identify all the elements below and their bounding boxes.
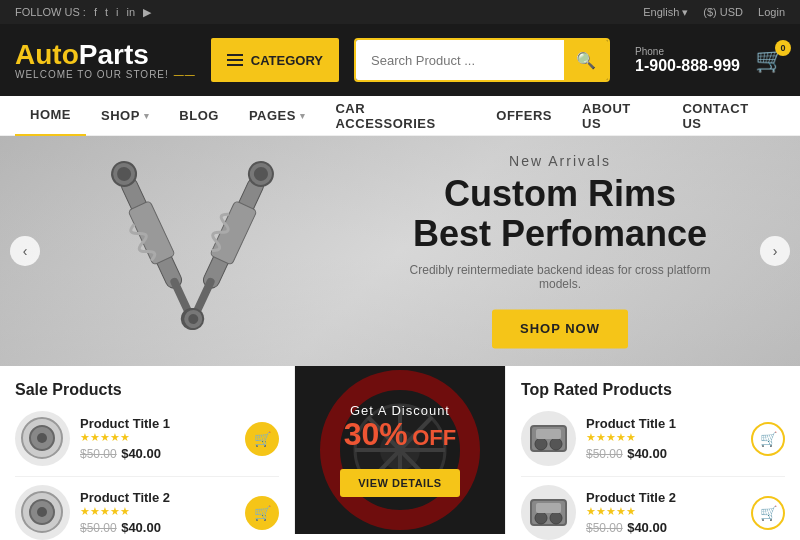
svg-rect-34 xyxy=(536,503,561,513)
product-stars: ★★★★★ xyxy=(586,431,741,444)
top-bar-right: English ▾ ($) USD Login xyxy=(643,6,785,19)
category-label: CATEGORY xyxy=(251,53,323,68)
nav-item-blog[interactable]: BLOG xyxy=(164,96,234,136)
svg-point-32 xyxy=(535,512,547,524)
cart-badge: 0 xyxy=(775,40,791,56)
product-price: $50.00 $40.00 xyxy=(586,444,741,462)
language-label: English xyxy=(643,6,679,18)
phone-label: Phone xyxy=(635,46,740,57)
discount-banner: Get A Discount 30% OFF VIEW DETAILS xyxy=(295,366,505,534)
top-rated-section: Top Rated Products Product Title 1 ★★★★★… xyxy=(505,366,800,534)
hero-subtitle: New Arrivals xyxy=(400,153,720,169)
hero-banner: ‹ xyxy=(0,136,800,366)
view-details-button[interactable]: VIEW DETAILS xyxy=(340,469,459,497)
nav-item-pages[interactable]: PAGES ▾ xyxy=(234,96,321,136)
hero-next-button[interactable]: › xyxy=(760,236,790,266)
search-button[interactable]: 🔍 xyxy=(564,40,608,80)
product-thumbnail xyxy=(15,411,70,466)
sale-products-section: Sale Products Product Title 1 ★★★★★ $50.… xyxy=(0,366,295,534)
add-to-cart-button[interactable]: 🛒 xyxy=(245,496,279,530)
logo-subtitle: WELCOME TO OUR STORE! xyxy=(15,69,196,80)
nav-item-contact[interactable]: CONTACT US xyxy=(667,96,785,136)
product-price: $50.00 $40.00 xyxy=(586,518,741,536)
price-new: $40.00 xyxy=(627,446,667,461)
youtube-icon[interactable]: ▶ xyxy=(143,6,151,19)
svg-point-19 xyxy=(37,507,47,517)
login-link[interactable]: Login xyxy=(758,6,785,18)
add-to-cart-button[interactable]: 🛒 xyxy=(245,422,279,456)
banner-discount: 30% OFF xyxy=(340,418,459,451)
price-old: $50.00 xyxy=(80,521,117,535)
product-stars: ★★★★★ xyxy=(586,505,741,518)
product-info: Product Title 2 ★★★★★ $50.00 $40.00 xyxy=(586,490,741,536)
language-chevron-icon: ▾ xyxy=(682,6,688,19)
logo-parts: Parts xyxy=(79,39,149,70)
hero-prev-button[interactable]: ‹ xyxy=(10,236,40,266)
header-right: Phone 1-900-888-999 🛒 0 xyxy=(635,46,785,75)
cart-icon: 🛒 xyxy=(254,505,271,521)
logo[interactable]: AutoParts WELCOME TO OUR STORE! xyxy=(15,41,196,80)
logo-text: AutoParts xyxy=(15,41,196,69)
product-info: Product Title 2 ★★★★★ $50.00 $40.00 xyxy=(80,490,235,536)
sale-products-title: Sale Products xyxy=(15,381,279,399)
phone-info: Phone 1-900-888-999 xyxy=(635,46,740,75)
top-rated-title: Top Rated Products xyxy=(521,381,785,399)
add-to-cart-button[interactable]: 🛒 xyxy=(751,422,785,456)
search-input[interactable] xyxy=(356,40,564,80)
linkedin-icon[interactable]: in xyxy=(126,6,135,18)
banner-content: Get A Discount 30% OFF VIEW DETAILS xyxy=(340,403,459,497)
cart-button[interactable]: 🛒 0 xyxy=(755,46,785,74)
svg-point-16 xyxy=(37,433,47,443)
category-button[interactable]: CATEGORY xyxy=(211,38,339,82)
bottom-section: Sale Products Product Title 1 ★★★★★ $50.… xyxy=(0,366,800,534)
language-selector[interactable]: English ▾ xyxy=(643,6,688,19)
add-to-cart-button[interactable]: 🛒 xyxy=(751,496,785,530)
header: AutoParts WELCOME TO OUR STORE! CATEGORY… xyxy=(0,24,800,96)
top-rated-product-item: Product Title 1 ★★★★★ $50.00 $40.00 🛒 xyxy=(521,411,785,477)
hero-product-image xyxy=(80,151,300,351)
banner-off: OFF xyxy=(412,425,456,450)
hero-content: New Arrivals Custom Rims Best Perfomance… xyxy=(400,153,720,348)
product-info: Product Title 1 ★★★★★ $50.00 $40.00 xyxy=(80,416,235,462)
chevron-down-icon: ▾ xyxy=(300,111,306,121)
product-thumbnail xyxy=(521,485,576,540)
instagram-icon[interactable]: i xyxy=(116,6,118,18)
top-bar: FOLLOW US : f t i in ▶ English ▾ ($) USD… xyxy=(0,0,800,24)
price-new: $40.00 xyxy=(627,520,667,535)
product-price: $50.00 $40.00 xyxy=(80,518,235,536)
hero-description: Credibly reintermediate backend ideas fo… xyxy=(400,264,720,292)
nav-item-shop[interactable]: SHOP ▾ xyxy=(86,96,164,136)
search-icon: 🔍 xyxy=(576,51,596,70)
nav-item-about[interactable]: ABOUT US xyxy=(567,96,667,136)
product-thumbnail xyxy=(521,411,576,466)
product-name: Product Title 2 xyxy=(586,490,741,505)
currency-label: ($) USD xyxy=(703,6,743,18)
search-bar: 🔍 xyxy=(354,38,610,82)
price-old: $50.00 xyxy=(80,447,117,461)
price-old: $50.00 xyxy=(586,447,623,461)
cart-icon: 🛒 xyxy=(760,505,777,521)
facebook-icon[interactable]: f xyxy=(94,6,97,18)
banner-percent: 30% xyxy=(344,416,408,452)
twitter-icon[interactable]: t xyxy=(105,6,108,18)
product-stars: ★★★★★ xyxy=(80,431,235,444)
product-thumbnail xyxy=(15,485,70,540)
social-icons: f t i in ▶ xyxy=(94,6,151,19)
top-rated-product-item: Product Title 2 ★★★★★ $50.00 $40.00 🛒 xyxy=(521,485,785,540)
nav-item-home[interactable]: HOME xyxy=(15,96,86,136)
sale-product-item: Product Title 1 ★★★★★ $50.00 $40.00 🛒 xyxy=(15,411,279,477)
top-bar-left: FOLLOW US : f t i in ▶ xyxy=(15,6,151,19)
svg-rect-30 xyxy=(536,429,561,439)
cart-icon: 🛒 xyxy=(760,431,777,447)
nav-item-car-accessories[interactable]: CAR ACCESSORIES xyxy=(320,96,481,136)
nav-item-offers[interactable]: OFFERS xyxy=(481,96,567,136)
chevron-down-icon: ▾ xyxy=(144,111,150,121)
price-new: $40.00 xyxy=(121,446,161,461)
shop-now-button[interactable]: SHOP NOW xyxy=(492,310,628,349)
product-name: Product Title 1 xyxy=(80,416,235,431)
svg-point-29 xyxy=(550,438,562,450)
phone-number: 1-900-888-999 xyxy=(635,57,740,75)
follow-label: FOLLOW US : xyxy=(15,6,86,18)
main-nav: HOME SHOP ▾ BLOG PAGES ▾ CAR ACCESSORIES… xyxy=(0,96,800,136)
price-old: $50.00 xyxy=(586,521,623,535)
